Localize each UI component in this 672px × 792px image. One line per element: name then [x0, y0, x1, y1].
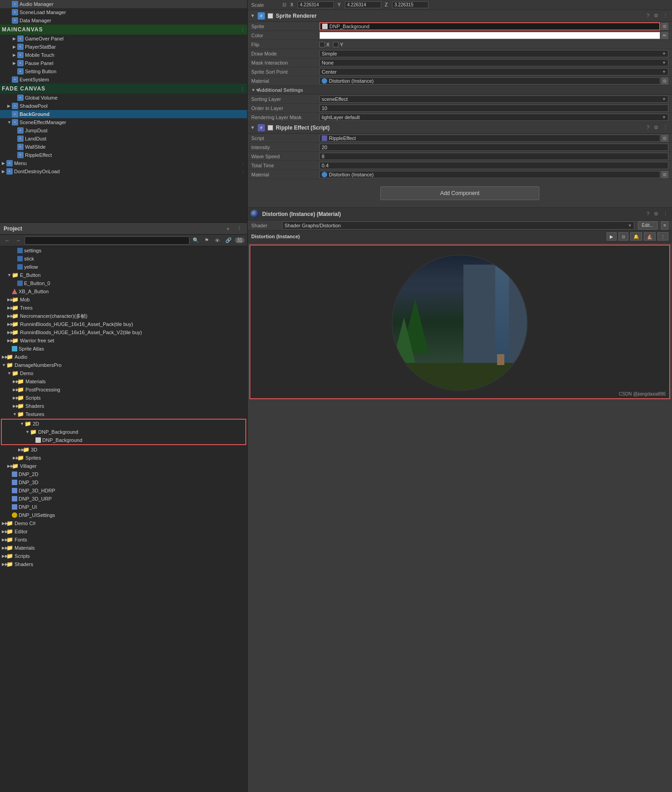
- tree-item-dnp-3d-hdrp[interactable]: DNP_3D_HDRP: [0, 486, 247, 495]
- settings-icon[interactable]: ⚙: [652, 125, 660, 130]
- hierarchy-header-maincanvas[interactable]: MAINCANVAS ⋮: [0, 25, 247, 35]
- hierarchy-item-gameover[interactable]: ▪ GameOver Panel: [0, 35, 247, 43]
- hierarchy-item-pause-panel[interactable]: ▪ Pause Panel: [0, 59, 247, 67]
- total-time-input[interactable]: [319, 162, 668, 169]
- hierarchy-item-landdust[interactable]: ▪ LandDust: [0, 135, 247, 143]
- tree-item-dnp-3d-urp[interactable]: DNP_3D_URP: [0, 495, 247, 503]
- back-button[interactable]: ←: [3, 236, 12, 245]
- tree-item-xb-a-button[interactable]: XB_A_Button: [0, 287, 247, 296]
- tree-item-yellow[interactable]: yellow: [0, 263, 247, 271]
- forward-button[interactable]: →: [14, 236, 23, 245]
- tree-item-stick[interactable]: stick: [0, 255, 247, 263]
- hierarchy-item-shadowpool[interactable]: ▪ ShadowPool: [0, 102, 247, 110]
- add-folder-button[interactable]: +: [224, 225, 233, 233]
- tree-item-warrior[interactable]: ▶ 📁 Warrior free set: [0, 336, 247, 345]
- tree-item-runninbloods1[interactable]: ▶ 📁 RunninBloods_HUGE_16x16_Asset_Pack(t…: [0, 320, 247, 328]
- hierarchy-item-jumpdust[interactable]: ▪ JumpDust: [0, 126, 247, 135]
- tree-item-dnp-bg-folder[interactable]: ▼ 📁 DNP_Background: [2, 428, 245, 436]
- tree-item-villager[interactable]: ▶ 📁 Villager: [0, 462, 247, 470]
- tree-item-scripts-root[interactable]: ▶ 📁 Scripts: [0, 552, 247, 560]
- tree-item-postprocessing[interactable]: ▶ 📁 PostProcessing: [0, 386, 247, 394]
- component-collapse-arrow[interactable]: ▼: [250, 125, 255, 130]
- tree-item-shaders-root[interactable]: ▶ 📁 Shaders: [0, 560, 247, 568]
- filter-button[interactable]: ⚑: [202, 236, 211, 245]
- material-ref[interactable]: Distortion (Instance): [319, 77, 660, 85]
- shader-edit-button[interactable]: Edit...: [638, 221, 658, 230]
- tree-item-sprites[interactable]: ▶ 📁 Sprites: [0, 454, 247, 462]
- tree-item-sprite-atlas[interactable]: Sprite Atlas: [0, 345, 247, 353]
- sprite-target-icon[interactable]: ⊙: [661, 23, 668, 30]
- scale-y-input[interactable]: [345, 1, 381, 8]
- settings-icon[interactable]: ⚙: [652, 13, 660, 19]
- hierarchy-item-sceneeffect[interactable]: ▪ SceneEffectManager: [0, 118, 247, 126]
- tree-item-e-button-0[interactable]: E_Button_0: [0, 279, 247, 287]
- component-collapse-arrow[interactable]: ▼: [250, 13, 255, 18]
- hierarchy-item-background[interactable]: ▪ BackGround: [0, 110, 247, 118]
- material-help-icon[interactable]: ?: [645, 211, 651, 217]
- preview-option2[interactable]: 🔔: [630, 232, 642, 241]
- tree-item-trees[interactable]: ▶ 📁 Trees: [0, 304, 247, 312]
- dots-menu-icon[interactable]: ⋮: [241, 161, 247, 166]
- script-target-icon[interactable]: ⊙: [661, 135, 668, 142]
- component-enable-checkbox[interactable]: ✓: [268, 13, 273, 19]
- tree-item-mob[interactable]: ▶ 📁 Mob: [0, 296, 247, 304]
- link-button[interactable]: 🔗: [224, 236, 233, 245]
- tree-item-dnp-3d[interactable]: DNP_3D: [0, 478, 247, 486]
- tree-item-runninbloods2[interactable]: ▶ 📁 RunninBloods_HUGE_16x16_Asset_Pack_V…: [0, 328, 247, 336]
- tree-item-shaders[interactable]: ▶ 📁 Shaders: [0, 402, 247, 410]
- tree-item-dnp-bg-file[interactable]: DNP_Background: [2, 436, 245, 444]
- tree-item-dnp-ui[interactable]: DNP_UI: [0, 503, 247, 511]
- preview-more[interactable]: ⋮: [657, 232, 668, 241]
- sorting-layer-select[interactable]: sceneEffect ▼: [319, 95, 668, 103]
- flip-x-checkbox[interactable]: [319, 42, 325, 47]
- dots-menu-icon[interactable]: ⋮: [241, 169, 247, 174]
- hierarchy-item-rippleeffect[interactable]: ▪ RippleEffect: [0, 151, 247, 159]
- tree-item-settings[interactable]: settings: [0, 246, 247, 255]
- hierarchy-item-dontdestroy[interactable]: ▪ DontDestroyOnLoad ⋮: [0, 167, 247, 175]
- hierarchy-item-audio-manager[interactable]: ▪ Audio Manager: [0, 0, 247, 8]
- more-icon[interactable]: ⋮: [662, 13, 669, 19]
- script-ref[interactable]: RippleEffect: [319, 135, 660, 142]
- hierarchy-item-playerstatbar[interactable]: ▪ PlayerStatBar: [0, 43, 247, 51]
- mask-interaction-select[interactable]: None ▼: [319, 59, 668, 66]
- material-target-icon[interactable]: ⊙: [661, 77, 668, 85]
- additional-settings-header[interactable]: ▼ Additional Settings: [248, 85, 672, 95]
- hierarchy-header-fade-canvas[interactable]: FADE CANVAS ⋮: [0, 84, 247, 94]
- shader-select[interactable]: Shader Graphs/Distortion ▼: [282, 221, 634, 230]
- order-in-layer-input[interactable]: [319, 105, 668, 112]
- hierarchy-item-eventsystem[interactable]: ▪ EventSystem: [0, 75, 247, 84]
- shader-more-button[interactable]: ≡: [661, 221, 668, 230]
- tree-item-e-button[interactable]: ▼ 📁 E_Button: [0, 271, 247, 279]
- more-icon[interactable]: ⋮: [662, 125, 669, 130]
- tree-item-demo[interactable]: ▼ 📁 Demo: [0, 369, 247, 377]
- tree-item-3d[interactable]: ▶ 📁 3D: [0, 446, 247, 454]
- scale-z-input[interactable]: [392, 1, 428, 8]
- tree-item-materials[interactable]: ▶ 📁 Materials: [0, 377, 247, 386]
- add-component-button[interactable]: Add Component: [380, 186, 539, 200]
- flip-y-checkbox[interactable]: [333, 42, 338, 47]
- material-more-icon[interactable]: ⋮: [662, 211, 669, 217]
- tree-item-materials-root[interactable]: ▶ 📁 Materials: [0, 544, 247, 552]
- hierarchy-item-menu[interactable]: ▪ Menu ⋮: [0, 159, 247, 167]
- sprite-sort-point-select[interactable]: Center ▼: [319, 68, 668, 75]
- preview-option3[interactable]: ⛵: [644, 232, 656, 241]
- eye-button[interactable]: 👁: [213, 236, 222, 245]
- tree-item-fonts[interactable]: ▶ 📁 Fonts: [0, 536, 247, 544]
- tree-item-scripts[interactable]: ▶ 📁 Scripts: [0, 394, 247, 402]
- intensity-input[interactable]: [319, 144, 668, 151]
- inspector-scrollable[interactable]: Scale ⛓ X Y Z ▼ # ✓ S: [248, 0, 672, 792]
- color-picker-icon[interactable]: ✏: [661, 32, 668, 39]
- hierarchy-item-sceneload[interactable]: ▪ SceneLoad Manager: [0, 8, 247, 16]
- hierarchy-item-data-manager[interactable]: ▪ Data Manager: [0, 16, 247, 25]
- help-icon[interactable]: ?: [645, 13, 651, 19]
- preview-option1[interactable]: ⊙: [618, 232, 628, 241]
- ripple-material-target[interactable]: ⊙: [661, 171, 668, 178]
- help-icon[interactable]: ?: [645, 125, 651, 130]
- hierarchy-item-global-volume[interactable]: ▪ Global Volume: [0, 94, 247, 102]
- tree-item-dnp-uisettings[interactable]: DNP_UISettings: [0, 511, 247, 519]
- tree-item-audio[interactable]: ▶ 📁 Audio: [0, 353, 247, 361]
- hierarchy-item-wallslide[interactable]: ▪ WallSlide: [0, 143, 247, 151]
- wave-speed-input[interactable]: [319, 153, 668, 160]
- tree-item-damagenumberspro[interactable]: ▼ 📁 DamageNumbersPro: [0, 361, 247, 369]
- scale-x-input[interactable]: [298, 1, 334, 8]
